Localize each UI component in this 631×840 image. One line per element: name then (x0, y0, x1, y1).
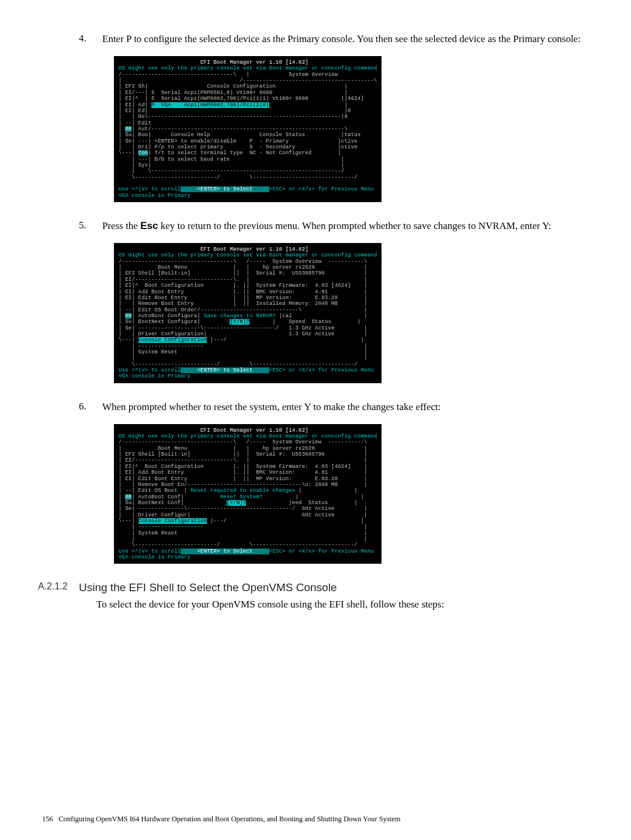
terminal-1-wrap: EFI Boot Manager ver 1.10 [14.62] OS mig… (114, 56, 589, 202)
step-4-number: 4. (67, 33, 102, 46)
term2-f1b: <ENTER> to Select (181, 367, 269, 373)
term3-l10d: | | (262, 494, 364, 500)
term1-l08: | | Re\---------------------------------… (119, 114, 348, 120)
term2-warn: OS might use only the primary console se… (119, 252, 377, 258)
step-5-text: Press the Esc key to return to the previ… (102, 220, 589, 232)
page: 4. Enter P to configure the selected dev… (0, 0, 631, 840)
term2-l11b: | Speed Status | (249, 319, 360, 325)
term3-l14b: |---/ | (207, 518, 364, 524)
term3-f1c: <ESC> or <X/x> for Previous Menu (269, 549, 374, 554)
term3-reset-req: Reset required to enable changes (190, 488, 295, 494)
term2-l11: | Su| BootNext Configura| (119, 319, 230, 325)
term1-title: EFI Boot Manager ver 1.10 [14.62] (119, 60, 308, 65)
term2-l13: | | Driver Configuration| 1.3 GHz Active… (119, 331, 367, 337)
term1-x0: X0 (125, 126, 131, 132)
term3-l09b: | | (295, 488, 357, 494)
term1-l14: \---| (119, 150, 138, 156)
term2-yn: [Y/N]? (230, 319, 249, 325)
term2-l07: | EI| Edit Boot Entry | || MP Version: E… (119, 295, 367, 301)
term3-reset-prompt: Reset System? (220, 494, 263, 500)
page-number: 156 (42, 815, 53, 823)
heading-title: Using the EFI Shell to Select the OpenVM… (79, 581, 337, 594)
term3-l16: | System Reset | (119, 530, 367, 536)
step-6-text: When prompted whether to reset the syste… (102, 401, 589, 414)
term3-l07: | EI| Edit Boot Entry | || MP Version: E… (119, 476, 367, 482)
term3-l13: | | Driver Configur| GHz Active | (119, 512, 367, 518)
step-5-number: 5. (67, 220, 102, 232)
term3-l17: | | (119, 536, 367, 542)
term3-console-config: Console Configuration (138, 518, 207, 524)
term2-l12: | Se| -------------------\--------------… (119, 325, 367, 331)
term2-l04: | EI/------------------------------\. | … (119, 277, 367, 283)
term1-l01: /----------------------------------\ | S… (119, 72, 374, 78)
term1-l05: | EI|^ | S Serial Acpi(HWP0002,700)/Pci(… (119, 96, 364, 102)
term3-f1b: <ENTER> to Select (181, 549, 269, 554)
term2-l18: \-------------------------/ \-----------… (119, 362, 358, 367)
term2-title: EFI Boot Manager ver 1.10 [14.62] (119, 247, 308, 252)
step-5: 5. Press the Esc key to return to the pr… (67, 220, 589, 232)
term1-con: Con (138, 150, 148, 156)
term1-l06c: | (269, 102, 348, 108)
term1-l14b: | T/t to select terminal type NC - Not C… (148, 150, 341, 156)
term3-l08: | | Remove Boot En/---------------------… (119, 482, 367, 488)
term2-l16: | System Reset | (119, 349, 367, 355)
terminal-1: EFI Boot Manager ver 1.10 [14.62] OS mig… (114, 56, 382, 202)
term1-l10: | (119, 126, 125, 132)
term2-l15: | -------------------- | (119, 343, 367, 349)
step-5-after: key to return to the previous menu. When… (158, 220, 551, 231)
term1-l02: | /-------------------------------------… (119, 78, 377, 84)
esc-key-label: Esc (140, 220, 158, 231)
step-6-number: 6. (67, 401, 102, 414)
term1-l17: | \-------------------------------------… (119, 168, 344, 174)
term2-l05: | EI|^ Boot Configuration |. || System F… (119, 283, 367, 289)
term2-f1c: <ESC> or <X/x> for Previous Menu (269, 367, 374, 373)
terminal-2-wrap: EFI Boot Manager ver 1.10 [14.62] OS mig… (114, 243, 589, 383)
term3-f1a: Use <^|v> to scroll (119, 549, 181, 554)
terminal-2: EFI Boot Manager ver 1.10 [14.62] OS mig… (114, 243, 382, 383)
term3-l05: | EI|^ Boot Configuration |. || System F… (119, 464, 367, 470)
term3-l09: | --| Edit OS Boot | (119, 488, 190, 494)
term1-l15: | ---| B/b to select baud rate | (119, 157, 344, 162)
heading-body: To select the device for your OpenVMS co… (96, 599, 589, 610)
term3-l04: | EI/------------------------------\. | … (119, 457, 367, 463)
term3-l15: | -------------------- | (119, 524, 367, 530)
term2-l10: | (119, 313, 125, 319)
term1-l18: \-------------------------/ \-----------… (119, 175, 358, 181)
term1-l11: | Su| Boo| Console Help Console Status |… (119, 132, 360, 138)
term2-l03: | EFI Shell [Built-in] || | Serial #: US… (119, 270, 367, 276)
term3-l01: /----------------------------------\ /--… (119, 439, 367, 445)
term1-f2: VGA console is Primary (119, 193, 190, 199)
term1-l13: | | Dri| P/p to select primary S - Secon… (119, 144, 358, 150)
step-4-text: Enter P to configure the selected device… (102, 33, 589, 46)
term2-l10b: | AutoBoot Configura| (131, 313, 203, 319)
term1-f1c: <ESC> or <X/x> for Previous Menu (269, 186, 374, 192)
term2-x0: X0 (125, 313, 131, 319)
term1-warn: OS might use only the primary console se… (119, 65, 377, 71)
term1-selected-vga: P VGA Acpi(HWP0002,700)/Pci(2|0) (151, 102, 269, 108)
term2-l06: | EI| Add Boot Entry |. || BMC Version: … (119, 289, 367, 295)
terminal-3: EFI Boot Manager ver 1.10 [14.62] OS mig… (114, 424, 382, 564)
term3-title: EFI Boot Manager ver 1.10 [14.62] (119, 428, 308, 433)
term2-l17: | | (119, 355, 367, 361)
term2-l08: | | Remove Boot Entry | || Installed Mem… (119, 301, 367, 307)
term2-l01: /----------------------------------\ /--… (119, 259, 367, 265)
term1-f1b: <ENTER> to Select (181, 186, 269, 192)
term3-x0: X0 (125, 494, 131, 500)
term3-l06: | EI| Add Boot Entry |. || BMC Version: … (119, 470, 367, 475)
term1-l16: | Sys| | (119, 162, 344, 168)
heading-number: A.2.1.2 (38, 581, 79, 594)
term3-yn: [Y/N]? (227, 500, 247, 506)
term3-l12: | Se| --------------\-------------------… (119, 506, 367, 512)
term2-l14b: |---/ | (207, 337, 364, 343)
footer-title: Configuring OpenVMS I64 Hardware Operati… (58, 815, 400, 823)
term3-l03: | EFI Shell [Built-in] || | Serial #: US… (119, 452, 367, 457)
step-5-before: Press the (102, 220, 140, 231)
term3-f2: VGA console is Primary (119, 554, 190, 560)
term2-l10d: |cal | (276, 313, 367, 319)
term1-l03: | EFI Sh| Console Configuration | (119, 84, 348, 89)
term1-f1a: Use <^|v> to scroll (119, 186, 181, 192)
term3-l14: \---| (119, 518, 138, 524)
terminal-3-wrap: EFI Boot Manager ver 1.10 [14.62] OS mig… (114, 424, 589, 564)
section-heading: A.2.1.2 Using the EFI Shell to Select th… (38, 581, 589, 594)
term1-l06: | EI| Ad| (119, 102, 151, 108)
